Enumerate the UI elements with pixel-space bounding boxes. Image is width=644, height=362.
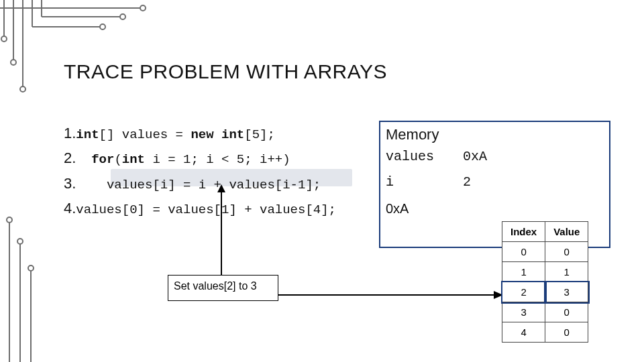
line-number-2: 2. xyxy=(64,149,76,166)
kw-new-int: new int xyxy=(191,127,244,142)
array-cell-index: 3 xyxy=(502,302,545,322)
memory-var-values-value: 0xA xyxy=(463,149,487,164)
code-text: ( xyxy=(114,152,121,167)
array-cell-value: 1 xyxy=(545,262,588,282)
svg-point-11 xyxy=(120,14,125,19)
code-text: [5]; xyxy=(244,127,275,142)
callout-box: Set values[2] to 3 xyxy=(168,275,278,301)
memory-pointer-label: 0xA xyxy=(386,201,409,217)
array-cell-value: 3 xyxy=(545,282,588,302)
line-number-4: 4. xyxy=(64,200,76,217)
svg-point-16 xyxy=(17,239,23,244)
array-cell-index: 1 xyxy=(502,262,545,282)
table-row: 00 xyxy=(502,242,588,262)
table-row: 11 xyxy=(502,262,588,282)
callout-text: Set values[2] to 3 xyxy=(174,280,257,292)
array-cell-value: 0 xyxy=(545,322,588,343)
array-cell-value: 0 xyxy=(545,242,588,262)
kw-int: int xyxy=(76,127,99,142)
code-text: values[i] = i + values[i-1]; xyxy=(76,178,321,192)
code-block: 1.int[] values = new int[5]; 2. for(int … xyxy=(64,121,336,221)
line-number-3: 3. xyxy=(64,175,76,192)
svg-point-14 xyxy=(7,217,12,223)
table-row: 40 xyxy=(502,322,588,343)
code-text: [] values = xyxy=(99,127,191,142)
kw-int2: int xyxy=(122,152,145,167)
svg-point-18 xyxy=(28,265,34,271)
svg-point-8 xyxy=(100,24,105,29)
array-cell-value: 0 xyxy=(545,302,588,322)
slide-title: TRACE PROBLEM WITH ARRAYS xyxy=(64,60,387,83)
array-cell-index: 4 xyxy=(502,322,545,343)
svg-point-1 xyxy=(1,36,7,42)
memory-heading: Memory xyxy=(386,126,439,143)
array-header-index: Index xyxy=(502,222,545,242)
line-number-1: 1. xyxy=(64,125,76,141)
svg-point-3 xyxy=(11,60,16,65)
memory-var-i-value: 2 xyxy=(463,174,471,190)
array-table: Index Value 0011233040 xyxy=(502,221,588,343)
svg-point-13 xyxy=(140,5,146,11)
memory-var-values-label: values xyxy=(386,149,434,164)
array-header-value: Value xyxy=(545,222,588,242)
code-text: values[0] = values[1] + values[4]; xyxy=(76,202,336,217)
code-text: i = 1; i < 5; i++) xyxy=(145,152,290,167)
svg-point-5 xyxy=(20,86,25,92)
arrow-callout-to-memory xyxy=(278,285,503,305)
memory-var-i-label: i xyxy=(386,174,394,190)
decorative-circuit-left xyxy=(0,215,47,362)
array-cell-index: 0 xyxy=(502,242,545,262)
array-cell-index: 2 xyxy=(502,282,545,302)
table-row: 30 xyxy=(502,302,588,322)
kw-for: for xyxy=(76,152,114,167)
table-row: 23 xyxy=(502,282,588,302)
